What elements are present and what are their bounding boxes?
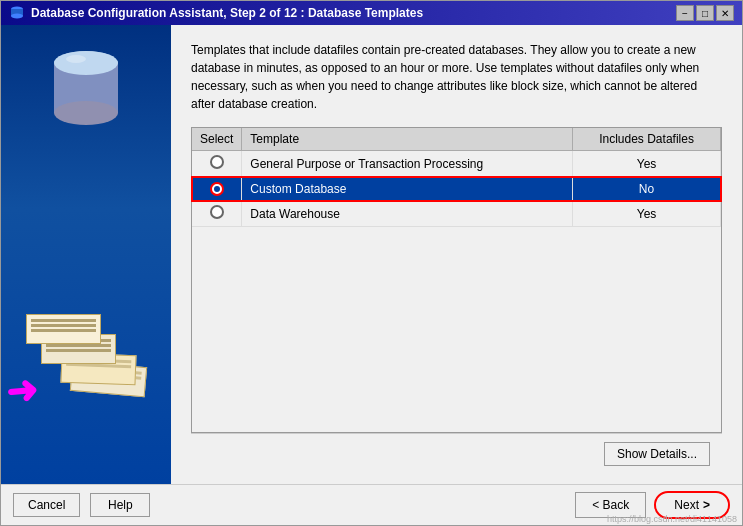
footer-left-buttons: Cancel Help: [13, 493, 150, 517]
radio-button-3[interactable]: [210, 205, 224, 219]
radio-inner-2: [214, 186, 220, 192]
svg-point-6: [54, 51, 118, 75]
radio-cell-1[interactable]: [192, 151, 242, 177]
templates-table-container: Select Template Includes Datafiles: [191, 127, 722, 433]
radio-cell-3[interactable]: [192, 201, 242, 227]
next-arrow: >: [703, 498, 710, 512]
radio-button-1[interactable]: [210, 155, 224, 169]
template-name-2: Custom Database: [242, 177, 573, 201]
radio-cell-2[interactable]: [192, 177, 242, 201]
arrow-icon: ➜: [4, 368, 40, 415]
right-panel: Templates that include datafiles contain…: [171, 25, 742, 484]
template-name-1: General Purpose or Transaction Processin…: [242, 151, 573, 177]
table-row-3[interactable]: Data Warehouse Yes: [192, 201, 721, 227]
close-button[interactable]: ✕: [716, 5, 734, 21]
datafiles-3: Yes: [573, 201, 721, 227]
footer: Cancel Help < Back Next > https://blog.c…: [1, 484, 742, 525]
cylinder-svg: [46, 45, 126, 135]
title-bar-controls: − □ ✕: [676, 5, 734, 21]
svg-point-7: [66, 55, 86, 63]
papers-stack: ➜: [21, 314, 131, 434]
next-label: Next: [674, 498, 699, 512]
maximize-button[interactable]: □: [696, 5, 714, 21]
title-bar-left: Database Configuration Assistant, Step 2…: [9, 5, 423, 21]
paper-top-1: [26, 314, 101, 344]
minimize-button[interactable]: −: [676, 5, 694, 21]
svg-point-2: [11, 14, 23, 19]
svg-point-5: [54, 101, 118, 125]
left-panel: ➜: [1, 25, 171, 484]
table-row-selected[interactable]: Custom Database No: [192, 177, 721, 201]
table-header-row: Select Template Includes Datafiles: [192, 128, 721, 151]
radio-button-2[interactable]: [210, 182, 224, 196]
show-details-button[interactable]: Show Details...: [604, 442, 710, 466]
db-cylinder-icon: [46, 45, 126, 138]
back-label: < Back: [592, 498, 629, 512]
cancel-button[interactable]: Cancel: [13, 493, 80, 517]
title-bar-db-icon: [9, 5, 25, 21]
content-area: ➜ Templates that include datafiles conta…: [1, 25, 742, 484]
watermark: https://blog.csdn.net/di41141058: [607, 514, 737, 524]
datafiles-1: Yes: [573, 151, 721, 177]
templates-table: Select Template Includes Datafiles: [192, 128, 721, 227]
col-template: Template: [242, 128, 573, 151]
col-datafiles: Includes Datafiles: [573, 128, 721, 151]
show-details-bar: Show Details...: [191, 433, 722, 474]
col-select: Select: [192, 128, 242, 151]
main-window: Database Configuration Assistant, Step 2…: [0, 0, 743, 526]
title-bar: Database Configuration Assistant, Step 2…: [1, 1, 742, 25]
window-title: Database Configuration Assistant, Step 2…: [31, 6, 423, 20]
description-text: Templates that include datafiles contain…: [191, 41, 722, 113]
datafiles-2: No: [573, 177, 721, 201]
help-button[interactable]: Help: [90, 493, 150, 517]
table-row[interactable]: General Purpose or Transaction Processin…: [192, 151, 721, 177]
template-name-3: Data Warehouse: [242, 201, 573, 227]
